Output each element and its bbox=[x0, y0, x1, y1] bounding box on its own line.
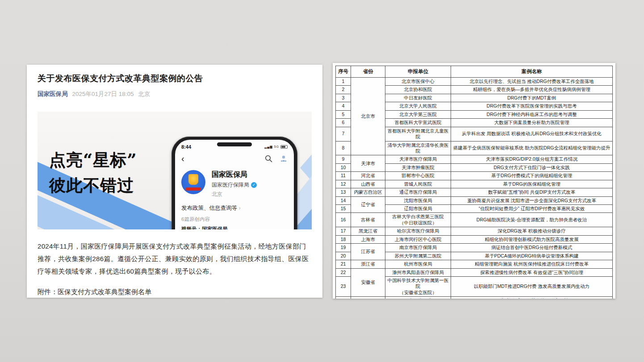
no-cell: 24 bbox=[336, 297, 351, 299]
promo-slogan: 点亮“星标” 彼此不错过 bbox=[49, 147, 137, 199]
unit-cell: 苏州大学附属第二医院 bbox=[385, 252, 451, 260]
no-cell: 16 bbox=[336, 213, 351, 227]
table-row: 14辽宁省沈阳市医保局重协商凝共识促发展 沈阳市进一步全面深化DRG支付方式改革 bbox=[336, 196, 613, 204]
phone-navbar: ‹ bbox=[181, 154, 288, 163]
case-cell: 天津市落实DRG/DIP2.0版分组方案工作情况 bbox=[451, 155, 613, 163]
province-cell: 河北省 bbox=[351, 172, 385, 180]
case-cell: 精细化协同管理创新模式助力医院高质量发展 bbox=[451, 235, 613, 243]
unit-cell: 晋城人民医院 bbox=[385, 180, 451, 188]
no-cell: 23 bbox=[336, 276, 351, 296]
province-cell: 安徽省 bbox=[351, 268, 385, 297]
case-cell: 基于DRG的医保精细化管理 bbox=[451, 180, 613, 188]
phone-notch bbox=[217, 142, 252, 146]
promo-image[interactable]: 点亮“星标” 彼此不错过 8:44 ▂▄▆ 5G ‹ bbox=[38, 112, 312, 229]
publish-date: 2025年01月27日 18:05 bbox=[72, 90, 134, 98]
case-table: 序号 省份 申报单位 案例名称 1北京市北京市医保中心北京以先行理念、先试担当 … bbox=[335, 66, 613, 299]
no-cell: 14 bbox=[336, 196, 351, 204]
account-location: 北京 bbox=[212, 191, 257, 198]
table-row: 21浙江省杭州市医保局精细管理靶向施策 杭州医保持续推进住院床日付费改革 bbox=[336, 260, 613, 268]
no-cell: 8 bbox=[336, 141, 351, 155]
no-cell: 7 bbox=[336, 127, 351, 141]
unit-cell: 首都医科大学宣武医院 bbox=[385, 119, 451, 127]
chevron-right-icon: › bbox=[238, 205, 240, 211]
description-text: 发布政策、信息查询等 bbox=[181, 205, 237, 211]
case-cell: DRG付费下的MDT案例 bbox=[451, 94, 613, 102]
table-row: 9天津市天津市医疗保障局天津市落实DRG/DIP2.0版分组方案工作情况 bbox=[336, 155, 613, 163]
back-icon[interactable]: ‹ bbox=[181, 154, 184, 163]
no-cell: 2 bbox=[336, 86, 351, 94]
case-cell: 数字赋能“五维”协同 共促DIP支付方式改革 bbox=[451, 188, 613, 196]
case-cell: “双打包”提高医保基金使用健康效益 bbox=[451, 297, 613, 299]
province-cell: 辽宁省 bbox=[351, 196, 385, 213]
account-name: 国家医保局 bbox=[212, 170, 257, 179]
search-icon[interactable] bbox=[265, 155, 272, 162]
article-meta: 国家医保局 2025年01月27日 18:05 北京 bbox=[38, 90, 312, 98]
no-cell: 20 bbox=[336, 252, 351, 260]
account-description[interactable]: 发布政策、信息查询等 › bbox=[181, 204, 288, 212]
avatar-ribbon bbox=[186, 187, 201, 191]
no-cell: 4 bbox=[336, 102, 351, 110]
province-cell: 江苏省 bbox=[351, 244, 385, 260]
no-cell: 10 bbox=[336, 163, 351, 171]
profile-icon[interactable] bbox=[280, 155, 288, 162]
unit-cell: 天津市肿瘤医院 bbox=[385, 163, 451, 171]
case-cell: 搭建基于全病历医保智能审核系统 助力医院DRG全流程精细化管理能力提升 bbox=[451, 141, 613, 155]
unit-cell: 上海市闵行区中心医院 bbox=[385, 235, 451, 243]
case-cell: 精耕细作，爱在炎肠—多措并举优化炎症性肠病病例管理 bbox=[451, 86, 613, 94]
unit-cell: 南京市医疗保障局 bbox=[385, 244, 451, 252]
battery-icon bbox=[280, 145, 288, 149]
no-cell: 15 bbox=[336, 205, 351, 213]
province-cell: 上海市 bbox=[351, 235, 385, 243]
unit-cell: 滁州市凤阳县医疗保障局 bbox=[385, 268, 451, 276]
table-header-row: 序号 省份 申报单位 案例名称 bbox=[336, 66, 613, 78]
case-cell: DRG付费改革下医院医保管理的实践与思考 bbox=[451, 102, 613, 110]
header-province: 省份 bbox=[351, 66, 385, 78]
original-content-count: 6篇原创内容 bbox=[181, 216, 288, 223]
unit-cell: 中国科学技术大学附属第一医院 （安徽省立医院） bbox=[385, 276, 451, 296]
header-unit: 申报单位 bbox=[385, 66, 451, 78]
no-cell: 3 bbox=[336, 94, 351, 102]
table-row: 24福建省三明市医疗保障局“双打包”提高医保基金使用健康效益 bbox=[336, 297, 613, 299]
publish-location: 北京 bbox=[138, 90, 151, 98]
case-cell: DRG辅助医院决策-合理资源配置，助力肺炎患者收治 bbox=[451, 213, 613, 227]
province-cell: 吉林省 bbox=[351, 213, 385, 227]
header-case: 案例名称 bbox=[451, 66, 613, 78]
table-row: 17黑龙江省哈尔滨市医疗保障局深化DRG改革 积极推动分级诊疗 bbox=[336, 227, 613, 235]
no-cell: 19 bbox=[336, 244, 351, 252]
table-row: 16吉林省吉林大学白求恩第三医院 （中日联谊医院）DRG辅助医院决策-合理资源配… bbox=[336, 213, 613, 227]
no-cell: 17 bbox=[336, 227, 351, 235]
case-list-card: 序号 省份 申报单位 案例名称 1北京市北京市医保中心北京以先行理念、先试担当 … bbox=[333, 63, 615, 299]
case-cell: “住院时间短费用少” 辽阳市DIP付费改革惠民见实效 bbox=[451, 205, 613, 213]
province-cell: 福建省 bbox=[351, 297, 385, 299]
verified-badge-icon: ✓ bbox=[251, 182, 257, 188]
no-cell: 6 bbox=[336, 119, 351, 127]
case-cell: 基于DRG付费模式下的病组精细化管理 bbox=[451, 172, 613, 180]
account-subtitle: 国家医疗保障局 bbox=[212, 181, 249, 189]
no-cell: 9 bbox=[336, 155, 351, 163]
account-link[interactable]: 国家医保局 bbox=[38, 90, 68, 98]
table-row: 1北京市北京市医保中心北京以先行理念、先试担当 推动DRG付费改革工作全面落地 bbox=[336, 78, 613, 86]
unit-cell: 杭州市医保局 bbox=[385, 260, 451, 268]
unit-cell: 天津市医疗保障局 bbox=[385, 155, 451, 163]
no-cell: 11 bbox=[336, 172, 351, 180]
unit-cell: 吉林大学白求恩第三医院 （中日联谊医院） bbox=[385, 213, 451, 227]
unit-cell: 北京协和医院 bbox=[385, 86, 451, 94]
header-no: 序号 bbox=[336, 66, 351, 78]
case-cell: 深化DRG改革 积极推动分级诊疗 bbox=[451, 227, 613, 235]
video-account-link[interactable]: 视频号：国家医保局 bbox=[181, 226, 288, 229]
attachment-line[interactable]: 附件：医保支付方式改革典型案例名单 bbox=[38, 288, 312, 296]
case-cell: DRG支付方式下住院门诊一体化实践 bbox=[451, 163, 613, 171]
case-cell: 探索推进慢性病付费改革 有效促进“三医”协同治理 bbox=[451, 268, 613, 276]
case-cell: 病证结合首创中医DRG分组付费新模式 bbox=[451, 244, 613, 252]
province-cell: 浙江省 bbox=[351, 260, 385, 268]
case-cell: 从学科出发 用数据说话 积极推动儿科DRG分组技术和支付政策优化 bbox=[451, 127, 613, 141]
avatar[interactable] bbox=[181, 170, 205, 194]
province-cell: 内蒙古自治区 bbox=[351, 188, 385, 196]
case-cell: 大数据下病案质量分析助力医院管理 bbox=[451, 119, 613, 127]
table-row: 12山西省晋城人民医院基于DRG的医保精细化管理 bbox=[336, 180, 613, 188]
no-cell: 1 bbox=[336, 78, 351, 86]
article-card: 关于发布医保支付方式改革典型案例的公告 国家医保局 2025年01月27日 18… bbox=[27, 65, 322, 298]
case-cell: 基于PDCA循环的DRG特病单议管理体系构建 bbox=[451, 252, 613, 260]
status-time: 8:44 bbox=[181, 144, 191, 150]
case-cell: 以职能部门MDT推进DRG付费 激发高质量发展内生动力 bbox=[451, 276, 613, 296]
